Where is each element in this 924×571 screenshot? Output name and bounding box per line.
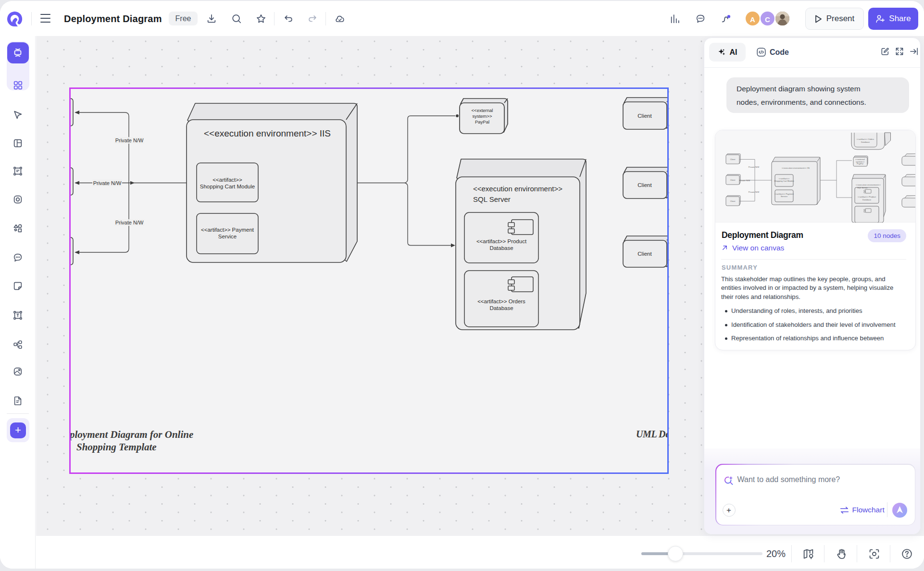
svg-text:<<artifact>> Payment: <<artifact>> Payment [201, 227, 254, 233]
svg-text:SQL Server: SQL Server [473, 195, 511, 203]
svg-text:Private N/W: Private N/W [115, 220, 144, 225]
svg-text:Shopping Cart Module: Shopping Cart Module [200, 184, 255, 189]
svg-text:Database: Database [489, 305, 513, 311]
svg-text:<<execution environment>>: <<execution environment>> [856, 184, 881, 186]
svg-text:Shopping Cart Module: Shopping Cart Module [774, 180, 794, 182]
svg-text:Private N/W: Private N/W [93, 180, 122, 186]
svg-text:PayPal: PayPal [475, 119, 489, 124]
svg-text:Client: Client [730, 200, 736, 202]
svg-text:Private N/W: Private N/W [115, 137, 144, 143]
svg-text:Private N/W: Private N/W [749, 166, 759, 168]
svg-text:system>>: system>> [472, 113, 492, 119]
svg-text:Database: Database [861, 141, 870, 143]
svg-text:Private N/W: Private N/W [739, 179, 750, 182]
svg-text:Client: Client [637, 251, 652, 257]
svg-text:Client: Client [637, 113, 652, 119]
svg-text:SQL Server: SQL Server [857, 186, 868, 189]
svg-text:<<execution environment>> IIS: <<execution environment>> IIS [204, 128, 331, 138]
svg-text:Database: Database [489, 245, 513, 251]
svg-text:<<artifact>> Orders: <<artifact>> Orders [477, 298, 525, 304]
svg-text:<<artifact>> Orders: <<artifact>> Orders [857, 138, 874, 140]
svg-text:Service: Service [218, 234, 237, 239]
svg-text:PayPal: PayPal [857, 162, 863, 165]
svg-text:Client: Client [730, 179, 736, 181]
svg-text:Database: Database [862, 199, 872, 201]
svg-text:Client: Client [730, 158, 736, 161]
svg-text:<<artifact>> Product: <<artifact>> Product [858, 196, 876, 198]
svg-text:Private N/W: Private N/W [749, 191, 759, 193]
svg-text:<<external: <<external [472, 108, 493, 113]
svg-text:Service: Service [781, 195, 788, 198]
svg-text:<<artifact>> Product: <<artifact>> Product [476, 238, 527, 244]
svg-text:<<artifact>>: <<artifact>> [212, 177, 242, 183]
svg-text:<<execution environment>>: <<execution environment>> [473, 185, 562, 193]
svg-text:<<execution environment>> IIS: <<execution environment>> IIS [782, 167, 810, 169]
svg-text:Client: Client [637, 182, 652, 188]
